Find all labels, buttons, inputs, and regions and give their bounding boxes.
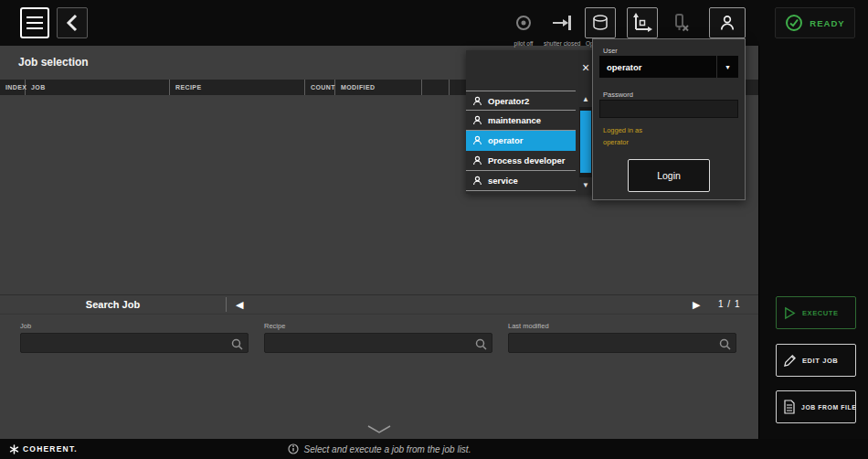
chevron-left-icon	[66, 14, 79, 32]
user-list-item-label: operator	[488, 135, 524, 145]
play-icon	[783, 306, 797, 320]
user-list-item-operator[interactable]: operator	[466, 131, 576, 151]
page-previous-button[interactable]: ◀	[236, 295, 243, 314]
user-icon	[472, 96, 482, 106]
job-search-input[interactable]	[21, 334, 248, 352]
back-button[interactable]	[57, 7, 88, 38]
status-message: Select and execute a job from the job li…	[304, 444, 471, 454]
column-header-modified: MODIFIED	[335, 80, 422, 95]
column-header-job: JOB	[26, 80, 170, 95]
action-sidebar: EXECUTE EDIT JOB JOB FROM FILE	[758, 46, 868, 439]
user-list-item-label: Operator2	[488, 96, 529, 106]
axes-icon	[627, 7, 658, 38]
job-filter: Job	[20, 322, 249, 353]
password-field-label: Password	[603, 91, 633, 99]
execute-label: EXECUTE	[802, 309, 839, 317]
user-list: Operator2 maintenance operator Process d…	[466, 50, 576, 194]
job-filter-label: Job	[20, 322, 249, 330]
pilot-laser-button[interactable]: pilot off	[508, 7, 539, 47]
user-icon	[472, 176, 482, 186]
last-modified-filter: Last modified	[508, 322, 736, 353]
pilot-light-icon	[508, 7, 539, 38]
recipe-filter: Recipe	[264, 322, 492, 353]
ready-button[interactable]: READY	[775, 7, 855, 38]
user-list-item-operator2[interactable]: Operator2	[466, 91, 576, 111]
column-header-recipe: RECIPE	[170, 80, 305, 95]
user-icon	[709, 7, 746, 38]
user-icon	[472, 155, 482, 165]
info-icon	[288, 443, 299, 454]
last-modified-filter-label: Last modified	[508, 322, 736, 330]
scrollbar-thumb[interactable]	[580, 111, 591, 173]
ready-label: READY	[810, 18, 844, 28]
recipe-search-field[interactable]	[264, 333, 492, 353]
chevron-down-icon	[366, 424, 392, 434]
chevron-down-icon[interactable]: ▼	[716, 56, 738, 78]
execute-button[interactable]: EXECUTE	[776, 296, 856, 329]
search-job-title: Search Job	[0, 295, 226, 314]
job-from-file-label: JOB FROM FILE	[801, 404, 856, 411]
cylinder-icon	[585, 7, 616, 38]
column-header-count: COUNT	[305, 80, 335, 95]
user-list-item-process-developer[interactable]: Process developer	[466, 151, 576, 171]
column-header-index: INDEX	[0, 80, 26, 95]
job-search-field[interactable]	[20, 333, 249, 353]
device-disconnected-button[interactable]	[664, 7, 695, 38]
user-field-label: User	[603, 47, 618, 55]
user-list-item-maintenance[interactable]: maintenance	[466, 111, 576, 131]
shutter-label: shutter closed	[544, 40, 580, 47]
password-input[interactable]	[599, 100, 738, 118]
user-icon	[472, 115, 482, 125]
status-bar: COHERENT. Select and execute a job from …	[0, 439, 868, 459]
menu-button[interactable]	[20, 7, 49, 38]
user-select-value: operator	[599, 62, 716, 72]
ready-check-icon	[785, 14, 803, 32]
file-icon	[783, 400, 796, 414]
shutter-button[interactable]: shutter closed	[544, 7, 580, 47]
user-button[interactable]	[709, 7, 746, 38]
user-list-item-label: maintenance	[488, 115, 541, 125]
scroll-down-icon[interactable]: ▼	[579, 179, 592, 192]
login-panel: User operator ▼ Password Logged in as op…	[592, 38, 746, 200]
page-title: Job selection	[18, 56, 89, 69]
edit-job-button[interactable]: EDIT JOB	[776, 344, 856, 377]
scrollbar-track[interactable]	[579, 107, 592, 177]
column-header-spacer	[422, 80, 450, 95]
user-list-item-label: service	[488, 176, 518, 186]
status-message-area: Select and execute a job from the job li…	[0, 439, 758, 459]
logged-in-user-text: operator	[603, 138, 629, 146]
position-button[interactable]	[627, 7, 658, 38]
expand-chevron[interactable]	[365, 422, 393, 438]
edit-job-label: EDIT JOB	[802, 357, 838, 365]
login-button[interactable]: Login	[628, 159, 710, 192]
user-selection-dropdown: Operator2 maintenance operator Process d…	[466, 50, 596, 194]
last-modified-search-field[interactable]	[508, 333, 736, 353]
page-next-button[interactable]: ▶	[693, 295, 700, 314]
shutter-icon	[546, 7, 577, 38]
user-list-item-service[interactable]: service	[466, 171, 576, 191]
last-modified-search-input[interactable]	[509, 334, 736, 352]
device-disconnected-icon	[664, 7, 695, 38]
app-window: pilot off shutter closed Op	[0, 0, 868, 459]
scroll-up-icon[interactable]: ▲	[579, 93, 592, 106]
search-divider	[226, 297, 227, 312]
user-select[interactable]: operator ▼	[599, 56, 738, 78]
user-list-item-label: Process developer	[488, 155, 566, 165]
user-icon	[472, 135, 482, 145]
recipe-filter-label: Recipe	[264, 322, 492, 330]
pencil-icon	[783, 354, 797, 368]
logged-in-as-text: Logged in as	[603, 126, 642, 134]
recipe-search-input[interactable]	[265, 334, 492, 352]
pilot-label: pilot off	[514, 40, 534, 47]
job-from-file-button[interactable]: JOB FROM FILE	[776, 390, 856, 423]
page-indicator: 1 / 1	[718, 295, 740, 314]
search-job-bar: Search Job ◀ ▶ 1 / 1	[0, 294, 758, 315]
